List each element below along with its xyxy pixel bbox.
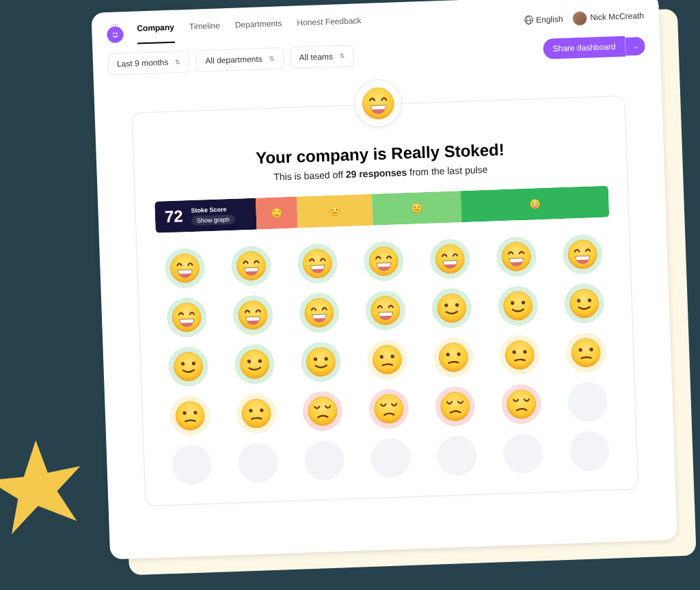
response-empty bbox=[238, 442, 279, 483]
main-content: Your company is Really Stoked! This is b… bbox=[132, 96, 639, 507]
avatar bbox=[572, 11, 588, 27]
share-group: Share dashboard ⌄ bbox=[543, 36, 645, 59]
headline-highlight: Really Stoked! bbox=[391, 140, 504, 163]
response-grin bbox=[297, 243, 338, 284]
response-neutral-down bbox=[236, 393, 277, 434]
response-grin bbox=[429, 239, 470, 280]
user-menu[interactable]: Nick McCreath bbox=[572, 9, 644, 27]
response-sad bbox=[500, 384, 541, 425]
tab-honest-feedback[interactable]: Honest Feedback bbox=[297, 16, 362, 38]
svg-point-4 bbox=[272, 208, 282, 217]
response-grin bbox=[363, 241, 404, 282]
tab-company[interactable]: Company bbox=[137, 23, 175, 44]
response-neutral-down bbox=[433, 337, 474, 378]
svg-point-21 bbox=[239, 300, 268, 330]
filter-department[interactable]: All departments⇅ bbox=[196, 47, 284, 72]
svg-point-33 bbox=[174, 352, 203, 381]
svg-point-27 bbox=[503, 291, 533, 321]
response-grin bbox=[231, 245, 272, 286]
response-grin bbox=[562, 234, 603, 275]
tab-departments[interactable]: Departments bbox=[235, 18, 283, 40]
response-count: 29 responses bbox=[346, 167, 407, 180]
response-grin bbox=[365, 290, 406, 331]
svg-point-60 bbox=[308, 397, 337, 426]
language-selector[interactable]: English bbox=[524, 14, 563, 25]
response-neutral-down bbox=[499, 334, 540, 375]
response-sad bbox=[435, 386, 476, 427]
decoration-star bbox=[0, 433, 94, 546]
response-neutral-down bbox=[366, 339, 407, 380]
svg-point-30 bbox=[569, 289, 599, 318]
show-graph-button[interactable]: Show graph bbox=[191, 214, 235, 225]
svg-point-15 bbox=[303, 249, 332, 278]
chevron-updown-icon: ⇅ bbox=[340, 53, 345, 59]
svg-point-51 bbox=[571, 338, 600, 367]
subline-suffix: from the last pulse bbox=[407, 164, 488, 178]
response-smile bbox=[431, 288, 472, 329]
score-value: 72 bbox=[164, 206, 183, 226]
svg-point-3 bbox=[362, 88, 395, 120]
svg-point-20 bbox=[172, 303, 202, 332]
filter-time[interactable]: Last 9 months⇅ bbox=[108, 51, 190, 75]
share-dashboard-button[interactable]: Share dashboard bbox=[543, 36, 625, 59]
svg-point-5 bbox=[330, 206, 340, 215]
svg-point-22 bbox=[304, 298, 334, 327]
response-smile bbox=[563, 283, 604, 324]
response-sad bbox=[302, 390, 343, 431]
response-sad bbox=[368, 388, 409, 429]
response-empty bbox=[436, 435, 477, 477]
filter-team-label: All teams bbox=[299, 52, 333, 63]
response-smile bbox=[301, 341, 342, 382]
response-neutral-down bbox=[170, 395, 211, 436]
response-grin bbox=[496, 236, 537, 277]
results-panel: Your company is Really Stoked! This is b… bbox=[132, 96, 639, 507]
svg-point-9 bbox=[412, 203, 421, 213]
svg-point-62 bbox=[440, 392, 470, 421]
score-segment-green-dark bbox=[461, 186, 609, 223]
response-neutral-down bbox=[565, 332, 606, 373]
svg-point-24 bbox=[437, 293, 466, 323]
response-smile bbox=[497, 285, 538, 326]
svg-point-54 bbox=[176, 401, 205, 430]
svg-point-39 bbox=[306, 347, 336, 377]
language-label: English bbox=[536, 14, 563, 25]
svg-point-17 bbox=[435, 244, 464, 273]
score-label: Stoke Score bbox=[191, 205, 234, 213]
score-bar: 72 Stoke Score Show graph bbox=[154, 186, 609, 233]
score-box: 72 Stoke Score Show graph bbox=[154, 198, 257, 233]
svg-point-48 bbox=[504, 340, 534, 370]
svg-point-13 bbox=[170, 254, 200, 283]
app-card: CompanyTimelineDepartmentsHonest Feedbac… bbox=[91, 0, 677, 559]
score-segment-amber bbox=[297, 194, 373, 228]
svg-point-45 bbox=[438, 343, 468, 372]
svg-point-1 bbox=[113, 33, 114, 34]
svg-point-63 bbox=[507, 390, 536, 419]
response-empty bbox=[304, 440, 345, 481]
svg-point-18 bbox=[501, 242, 530, 271]
response-smile bbox=[234, 344, 275, 385]
globe-icon bbox=[524, 15, 533, 24]
share-dropdown-button[interactable]: ⌄ bbox=[625, 36, 645, 55]
response-grid bbox=[157, 234, 619, 486]
response-smile bbox=[168, 346, 209, 387]
user-name: Nick McCreath bbox=[590, 11, 644, 23]
response-grin bbox=[299, 293, 340, 334]
svg-point-16 bbox=[369, 246, 399, 276]
svg-point-36 bbox=[240, 349, 269, 379]
filter-department-label: All departments bbox=[205, 54, 262, 66]
response-empty bbox=[569, 431, 610, 472]
response-grin bbox=[232, 295, 273, 336]
svg-marker-0 bbox=[0, 439, 83, 535]
chevron-down-icon: ⌄ bbox=[632, 42, 638, 49]
svg-point-2 bbox=[116, 32, 117, 33]
response-grin bbox=[166, 297, 207, 338]
chevron-updown-icon: ⇅ bbox=[269, 55, 274, 62]
tab-timeline[interactable]: Timeline bbox=[189, 21, 221, 42]
svg-point-23 bbox=[371, 295, 400, 325]
headline-prefix: Your company is bbox=[256, 144, 392, 167]
filter-team[interactable]: All teams⇅ bbox=[290, 45, 354, 69]
app-logo-icon bbox=[107, 26, 124, 43]
response-grin bbox=[165, 247, 206, 289]
svg-point-57 bbox=[242, 399, 271, 428]
score-segment-red bbox=[256, 197, 298, 230]
